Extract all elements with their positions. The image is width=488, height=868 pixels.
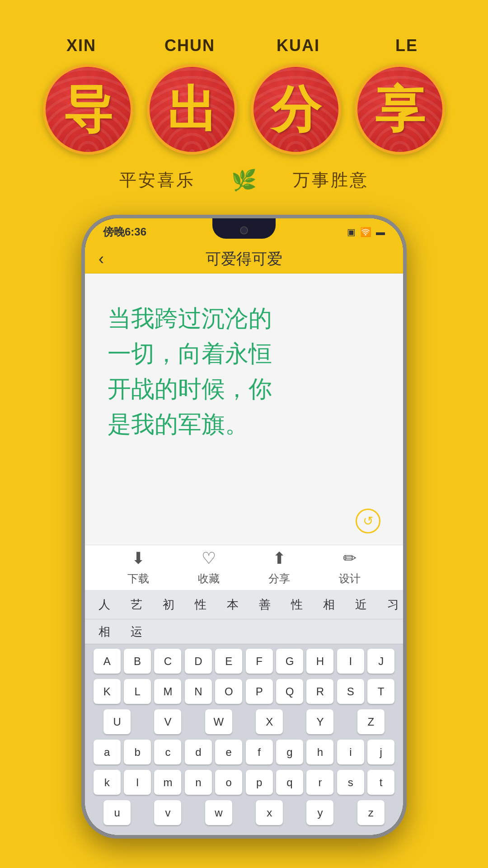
suggest-yi[interactable]: 艺 [126,594,147,615]
key-a[interactable]: a [94,740,121,764]
phone-content: ‹ 可爱得可爱 当我跨过沉沦的一切，向着永恒开战的时候，你是我的军旗。 ↺ ⬇ … [85,245,403,835]
key-j[interactable]: j [367,740,394,764]
char-dao: 导 [63,85,113,134]
app-header: ‹ 可爱得可爱 [85,245,403,274]
suggest-ren[interactable]: 人 [94,594,115,615]
key-k[interactable]: k [94,770,121,795]
key-v-l[interactable]: v [154,800,181,825]
key-K[interactable]: K [94,679,121,704]
key-D[interactable]: D [185,649,212,674]
key-M[interactable]: M [154,679,181,704]
key-Z[interactable]: Z [357,709,385,734]
circle-chun[interactable]: 出 [147,64,237,155]
key-f[interactable]: f [246,740,273,764]
key-row-upper-3: U V W X Y Z [92,709,396,734]
key-row-upper-2: K L M N O P Q R S T [92,679,396,704]
circle-xin[interactable]: 导 [43,64,133,155]
back-button[interactable]: ‹ [99,250,104,269]
key-G[interactable]: G [276,649,303,674]
key-p[interactable]: p [246,770,273,795]
subtitle-right: 万事胜意 [293,169,369,192]
label-le: LE [366,36,447,55]
suggest-xiang[interactable]: 相 [319,594,339,615]
key-I[interactable]: I [337,649,364,674]
key-u-l[interactable]: u [103,800,131,825]
signal-icon: ▣ [347,226,356,237]
suggest-yun[interactable]: 运 [126,621,147,642]
label-kuai: KUAI [258,36,339,55]
phone-container: 傍晚6:36 ▣ 🛜 ▬ ‹ 可爱得可爱 当我跨过沉沦的一切，向着永恒开战的时候… [0,215,488,839]
lotus-icon: 🌿 [231,168,257,192]
key-b[interactable]: b [124,740,151,764]
circle-kuai[interactable]: 分 [251,64,341,155]
key-P[interactable]: P [246,679,273,704]
key-T[interactable]: T [367,679,394,704]
suggest-xing2[interactable]: 性 [286,594,307,615]
suggest-xi[interactable]: 习 [383,594,403,615]
key-W[interactable]: W [205,709,232,734]
share-icon: ⬆ [272,549,286,568]
key-Y[interactable]: Y [306,709,333,734]
labels-row: XIN CHUN KUAI LE [41,36,447,55]
content-area: 当我跨过沉沦的一切，向着永恒开战的时候，你是我的军旗。 ↺ [85,274,403,545]
toolbar-design[interactable]: ✏ 设计 [339,549,361,586]
toolbar-download[interactable]: ⬇ 下载 [127,549,149,586]
key-t[interactable]: t [367,770,394,795]
key-o[interactable]: o [215,770,242,795]
key-N[interactable]: N [185,679,212,704]
keyboard-rows: A B C D E F G H I J K [85,644,403,835]
subtitle-left: 平安喜乐 [119,169,195,192]
key-X[interactable]: X [256,709,283,734]
key-w-l[interactable]: w [205,800,232,825]
key-e[interactable]: e [215,740,242,764]
char-chu: 出 [167,85,217,134]
key-s[interactable]: s [337,770,364,795]
key-g[interactable]: g [276,740,303,764]
key-L[interactable]: L [124,679,151,704]
key-H[interactable]: H [306,649,333,674]
key-c[interactable]: c [154,740,181,764]
refresh-button[interactable]: ↺ [356,509,380,533]
suggest-shan[interactable]: 善 [254,594,275,615]
suggest-ben[interactable]: 本 [222,594,243,615]
suggest-xing1[interactable]: 性 [190,594,211,615]
char-xiang: 享 [375,85,425,134]
key-i[interactable]: i [337,740,364,764]
key-B[interactable]: B [124,649,151,674]
key-y-l[interactable]: y [306,800,333,825]
key-q[interactable]: q [276,770,303,795]
key-U[interactable]: U [103,709,131,734]
wifi-icon: 🛜 [360,226,371,237]
circles-row: 导 出 分 享 [43,64,445,155]
key-x-l[interactable]: x [256,800,283,825]
key-C[interactable]: C [154,649,181,674]
key-Q[interactable]: Q [276,679,303,704]
suggestion-row-1: 人 艺 初 性 本 善 性 相 近 习 [85,590,403,619]
key-F[interactable]: F [246,649,273,674]
suggest-jin[interactable]: 近 [351,594,371,615]
key-r[interactable]: r [306,770,333,795]
suggest-chu[interactable]: 初 [158,594,179,615]
key-d[interactable]: d [185,740,212,764]
key-l[interactable]: l [124,770,151,795]
suggest-xiang2[interactable]: 相 [94,621,115,642]
key-m[interactable]: m [154,770,181,795]
key-J[interactable]: J [367,649,394,674]
top-section: XIN CHUN KUAI LE 导 出 分 享 平安喜乐 🌿 万事胜意 [0,0,488,215]
design-label: 设计 [339,571,361,586]
bottom-toolbar: ⬇ 下载 ♡ 收藏 ⬆ 分享 ✏ 设计 [85,545,403,590]
key-E[interactable]: E [215,649,242,674]
key-z-l[interactable]: z [357,800,385,825]
key-V[interactable]: V [154,709,181,734]
key-h[interactable]: h [306,740,333,764]
circle-le[interactable]: 享 [355,64,445,155]
key-O[interactable]: O [215,679,242,704]
toolbar-favorite[interactable]: ♡ 收藏 [198,549,220,586]
key-S[interactable]: S [337,679,364,704]
key-R[interactable]: R [306,679,333,704]
char-fen: 分 [271,85,321,134]
toolbar-share[interactable]: ⬆ 分享 [268,549,290,586]
phone-frame: 傍晚6:36 ▣ 🛜 ▬ ‹ 可爱得可爱 当我跨过沉沦的一切，向着永恒开战的时候… [81,215,407,839]
key-n[interactable]: n [185,770,212,795]
key-A[interactable]: A [94,649,121,674]
